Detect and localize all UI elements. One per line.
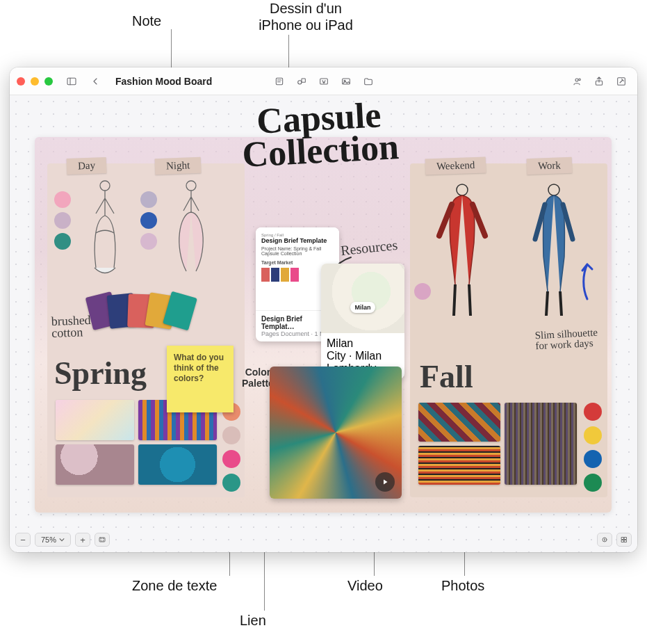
svg-point-16 xyxy=(457,184,468,195)
board-title: Fashion Mood Board xyxy=(115,76,212,87)
navigator-icon xyxy=(600,536,609,544)
svg-rect-2 xyxy=(276,78,282,84)
callout-drawing: Dessin d'un iPhone ou iPad xyxy=(236,0,375,33)
zoom-fit-button[interactable] xyxy=(95,533,110,547)
add-shape-button[interactable] xyxy=(293,73,311,90)
svg-point-11 xyxy=(579,79,581,81)
fall-headline: Fall xyxy=(420,358,473,395)
close-button[interactable] xyxy=(17,77,25,86)
svg-rect-6 xyxy=(302,79,305,82)
folder-icon xyxy=(363,76,374,87)
svg-rect-0 xyxy=(67,78,76,84)
svg-point-5 xyxy=(297,80,301,83)
link-card-map[interactable]: Milan Milan City · Milan Lombardy xyxy=(321,264,404,379)
photo-tile xyxy=(418,403,500,442)
tape-label-work: Work xyxy=(527,157,573,175)
collaborate-button[interactable] xyxy=(568,73,586,90)
callout-note: Note xyxy=(132,13,161,29)
fashion-sketch-weekend xyxy=(431,180,493,319)
color-swatch xyxy=(54,191,71,208)
fall-panel: Weekend Work xyxy=(410,163,607,497)
callout-textbox: Zone de texte xyxy=(132,577,217,594)
fullscreen-button[interactable] xyxy=(44,77,53,86)
add-media-button[interactable] xyxy=(337,73,355,90)
photo-tile xyxy=(505,403,577,485)
svg-point-17 xyxy=(548,184,559,195)
fall-photos-left xyxy=(418,403,500,485)
play-button[interactable] xyxy=(375,472,395,492)
palette-dot xyxy=(584,450,602,468)
collaborate-icon xyxy=(571,76,582,87)
spring-photos xyxy=(56,400,217,485)
color-swatch xyxy=(140,233,157,250)
grid-toggle-button[interactable] xyxy=(616,533,632,547)
zoom-controls: − 75% + xyxy=(15,533,110,547)
color-swatch xyxy=(140,191,157,208)
edit-button[interactable] xyxy=(612,73,630,90)
color-swatch xyxy=(54,233,71,250)
map-title: Milan xyxy=(327,337,399,350)
window-controls xyxy=(17,77,53,86)
share-button[interactable] xyxy=(590,73,608,90)
color-swatch xyxy=(54,212,71,229)
chevron-down-icon xyxy=(59,537,65,542)
svg-point-15 xyxy=(186,181,196,191)
minimize-button[interactable] xyxy=(31,77,39,86)
video-tile[interactable] xyxy=(270,367,402,499)
back-button[interactable] xyxy=(86,73,104,90)
sidebar-icon xyxy=(66,76,77,87)
image-icon xyxy=(341,76,352,87)
fabric-swatches xyxy=(89,294,193,328)
sticky-note[interactable]: What do you think of the colors? xyxy=(167,346,234,412)
mood-board-background: Capsule Collection Day Night xyxy=(35,137,612,513)
palette-dot xyxy=(222,450,240,468)
map-thumbnail: Milan xyxy=(321,264,404,333)
svg-rect-23 xyxy=(625,540,627,542)
share-icon xyxy=(593,76,605,87)
color-swatch xyxy=(414,283,431,300)
toolbar: Fashion Mood Board xyxy=(10,67,637,95)
bottom-right-tools xyxy=(597,533,632,547)
svg-rect-20 xyxy=(622,538,624,540)
color-swatch xyxy=(140,212,157,229)
zoom-out-button[interactable]: − xyxy=(15,533,31,547)
tape-label-day: Day xyxy=(67,157,107,175)
tape-label-night: Night xyxy=(155,157,202,175)
grid-icon xyxy=(620,536,628,544)
palette-dot xyxy=(222,474,240,492)
palette-dot xyxy=(584,474,602,492)
sidebar-toggle-button[interactable] xyxy=(63,73,81,90)
photo-tile xyxy=(56,400,134,440)
zoom-value: 75% xyxy=(41,536,56,544)
fall-palette xyxy=(584,403,602,492)
palette-dot xyxy=(222,426,240,444)
svg-rect-18 xyxy=(99,538,105,542)
add-text-button[interactable] xyxy=(315,73,333,90)
arrow-icon xyxy=(577,261,598,303)
callout-video: Video xyxy=(347,577,383,594)
zoom-level[interactable]: 75% xyxy=(35,533,71,547)
minimap-button[interactable] xyxy=(597,533,612,547)
spring-palette xyxy=(222,403,240,492)
text-icon xyxy=(318,76,329,87)
zoom-in-button[interactable]: + xyxy=(75,533,90,547)
svg-rect-21 xyxy=(625,538,627,540)
add-file-button[interactable] xyxy=(359,73,377,90)
svg-point-10 xyxy=(575,79,578,81)
add-note-button[interactable] xyxy=(270,73,288,90)
spring-headline: Spring xyxy=(54,355,147,392)
chevron-left-icon xyxy=(90,76,101,87)
shapes-icon xyxy=(296,76,307,87)
svg-rect-22 xyxy=(622,540,624,542)
svg-point-14 xyxy=(100,181,110,191)
callout-photos: Photos xyxy=(441,577,484,594)
thumb-title: Design Brief Template xyxy=(261,237,334,244)
play-icon xyxy=(381,478,389,486)
canvas[interactable]: Capsule Collection Day Night xyxy=(10,95,637,552)
fashion-sketch-work xyxy=(523,180,585,319)
photo-tile xyxy=(138,444,217,485)
photo-tile xyxy=(56,444,134,485)
note-icon xyxy=(274,76,285,87)
hand-note-work: Slim silhouette for work days xyxy=(534,328,598,352)
photo-tile xyxy=(418,446,500,485)
